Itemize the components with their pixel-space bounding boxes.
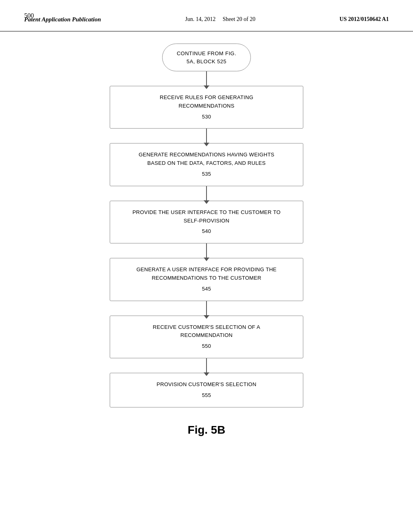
- flow-arrow: [206, 243, 207, 258]
- flow-arrow: [206, 129, 207, 143]
- arrow-4: [206, 301, 207, 316]
- flow-arrow: [206, 301, 207, 316]
- flowchart: CONTINUE FROM FIG.5A, BLOCK 525 RECEIVE …: [69, 44, 344, 436]
- step-535-num: 535: [122, 170, 291, 179]
- sheet-info: Sheet 20 of 20: [223, 16, 255, 22]
- page: Patent Application Publication Jun. 14, …: [0, 0, 413, 532]
- flow-arrow: [206, 186, 207, 201]
- step-530-text: RECEIVE RULES FOR GENERATINGRECOMMENDATI…: [160, 94, 253, 109]
- start-node: CONTINUE FROM FIG.5A, BLOCK 525: [162, 44, 251, 71]
- publication-date-sheet: Jun. 14, 2012 Sheet 20 of 20: [185, 16, 255, 23]
- arrow-3: [206, 243, 207, 258]
- step-530: RECEIVE RULES FOR GENERATINGRECOMMENDATI…: [110, 86, 303, 129]
- step-555-text: PROVISION CUSTOMER'S SELECTION: [156, 381, 256, 387]
- flow-arrow: [206, 71, 207, 86]
- step-530-num: 530: [122, 113, 291, 121]
- patent-number: US 2012/0150642 A1: [340, 16, 389, 23]
- arrow-5: [206, 358, 207, 373]
- figure-caption: Fig. 5B: [188, 424, 225, 436]
- step-550-text: RECEIVE CUSTOMER'S SELECTION OF ARECOMME…: [153, 324, 260, 339]
- step-545-text: GENERATE A USER INTERFACE FOR PROVIDING …: [136, 266, 277, 281]
- step-545-num: 545: [122, 285, 291, 293]
- publication-title: Patent Application Publication: [24, 16, 101, 23]
- step-545: GENERATE A USER INTERFACE FOR PROVIDING …: [110, 258, 303, 301]
- flow-arrow: [206, 358, 207, 373]
- step-540: PROVIDE THE USER INTERFACE TO THE CUSTOM…: [110, 201, 303, 243]
- arrow-2: [206, 186, 207, 201]
- page-header: Patent Application Publication Jun. 14, …: [0, 0, 413, 31]
- figure-label: 500: [24, 12, 34, 19]
- step-535: GENERATE RECOMMENDATIONS HAVING WEIGHTSB…: [110, 143, 303, 186]
- step-535-text: GENERATE RECOMMENDATIONS HAVING WEIGHTSB…: [139, 152, 275, 166]
- step-555-num: 555: [122, 391, 291, 400]
- publication-date: Jun. 14, 2012: [185, 16, 215, 22]
- arrow-1: [206, 129, 207, 143]
- step-540-text: PROVIDE THE USER INTERFACE TO THE CUSTOM…: [132, 209, 280, 224]
- step-550: RECEIVE CUSTOMER'S SELECTION OF ARECOMME…: [110, 316, 303, 358]
- diagram-area: CONTINUE FROM FIG.5A, BLOCK 525 RECEIVE …: [0, 31, 413, 436]
- step-540-num: 540: [122, 227, 291, 236]
- step-550-num: 550: [122, 342, 291, 351]
- arrow-0: [206, 71, 207, 86]
- step-555: PROVISION CUSTOMER'S SELECTION 555: [110, 373, 303, 407]
- start-node-text: CONTINUE FROM FIG.5A, BLOCK 525: [177, 50, 236, 64]
